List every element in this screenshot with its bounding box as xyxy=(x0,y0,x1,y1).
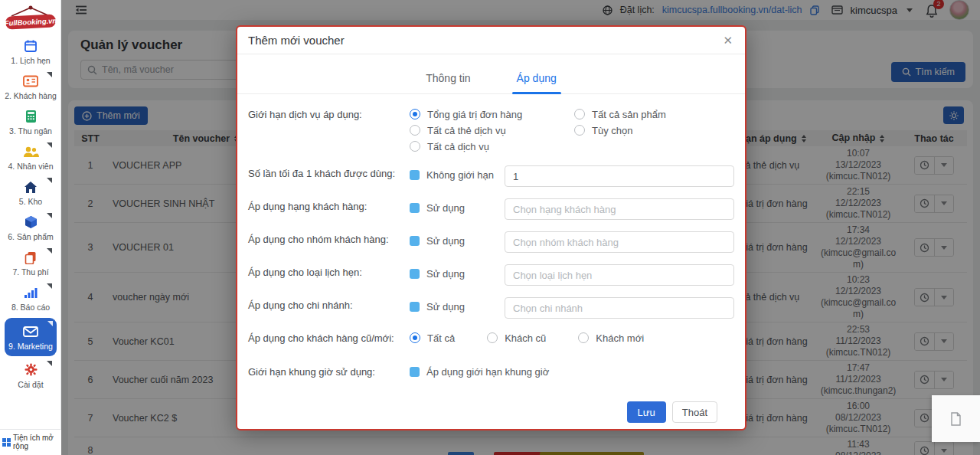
branch-select[interactable] xyxy=(505,297,734,319)
modal-header: Thêm mới voucher ✕ xyxy=(237,27,745,54)
sidebar-item-san-pham[interactable]: 6. Sản phẩm xyxy=(0,210,61,245)
sidebar-item-kho[interactable]: 5. Kho xyxy=(0,175,61,210)
checkbox-ap-dung-gioi-han-khung-gio[interactable]: Áp dụng giới hạn khung giờ xyxy=(410,364,731,379)
radio-icon xyxy=(487,332,498,343)
add-voucher-modal: Thêm mới voucher ✕ Thông tin Áp dụng Giớ… xyxy=(236,25,746,430)
corner-marker-icon xyxy=(47,361,52,366)
sidebar-item-nhan-vien[interactable]: 4. Nhân viên xyxy=(0,139,61,175)
corner-marker-icon xyxy=(47,72,52,77)
radio-tat-ca-the-dich-vu[interactable]: Tất cả thẻ dịch vụ xyxy=(410,123,574,138)
checkbox-checked-icon xyxy=(410,203,420,213)
checkbox-checked-icon xyxy=(410,367,420,377)
corner-marker-icon xyxy=(47,213,52,218)
corner-marker-icon xyxy=(47,283,52,289)
field-customer-rank: Áp dụng hạng khách hàng: Sử dụng xyxy=(248,198,731,220)
checkbox-checked-icon xyxy=(410,269,420,279)
field-time-limit: Giới hạn khung giờ sử dụng: Áp dụng giới… xyxy=(248,364,731,379)
close-icon[interactable]: ✕ xyxy=(723,34,733,46)
sidebar-item-thu-ngan[interactable]: 3. Thu ngân xyxy=(0,104,61,139)
field-old-new-customer: Áp dụng cho khách hàng cũ/mới: Tất cả Kh… xyxy=(248,330,731,345)
corner-marker-icon xyxy=(47,248,52,254)
radio-icon xyxy=(574,109,585,119)
radio-icon xyxy=(574,125,585,136)
save-button[interactable]: Lưu xyxy=(627,401,666,423)
radio-tat-ca[interactable]: Tất cả xyxy=(410,330,455,345)
checkbox-su-dung[interactable]: Sử dụng xyxy=(410,231,505,247)
modal-footer: Lưu Thoát xyxy=(248,391,731,423)
checkbox-khong-gioi-han[interactable]: Không giới hạn xyxy=(410,165,505,181)
fullbooking-logo[interactable]: FullBooking.vn xyxy=(0,0,61,34)
modal-body: Giới hạn dịch vụ áp dụng: Tổng giá trị đ… xyxy=(237,94,745,423)
calendar-icon xyxy=(2,38,60,54)
field-appointment-type: Áp dụng cho loại lịch hẹn: Sử dụng xyxy=(248,264,731,286)
modal-tabs: Thông tin Áp dụng xyxy=(237,54,745,94)
extensions-grid-icon xyxy=(2,438,11,447)
sidebar-item-lich-hen[interactable]: 1. Lịch hẹn xyxy=(0,34,61,69)
radio-selected-icon xyxy=(410,332,420,343)
exit-button[interactable]: Thoát xyxy=(672,401,717,423)
radio-tong-gia-tri-don-hang[interactable]: Tổng giá trị đơn hàng xyxy=(410,106,574,122)
extensions-footer[interactable]: Tiện ích mở rộng xyxy=(0,429,61,455)
field-service-limit: Giới hạn dịch vụ áp dụng: Tổng giá trị đ… xyxy=(248,106,731,154)
radio-tat-ca-dich-vu[interactable]: Tất cả dịch vụ xyxy=(410,139,574,154)
radio-icon xyxy=(410,141,420,152)
max-uses-input[interactable] xyxy=(505,165,734,187)
corner-marker-icon xyxy=(47,321,53,326)
checkbox-checked-icon xyxy=(410,302,420,312)
sidebar-item-cai-dat[interactable]: Cài đặt xyxy=(0,358,61,393)
checkbox-checked-icon xyxy=(410,170,420,180)
field-branch: Áp dụng cho chi nhánh: Sử dụng xyxy=(248,297,731,319)
field-customer-group: Áp dụng cho nhóm khách hàng: Sử dụng xyxy=(248,231,731,253)
sidebar-item-khach-hang[interactable]: 2. Khách hàng xyxy=(0,69,61,104)
sidebar: FullBooking.vn 1. Lịch hẹn 2. Khách hàng… xyxy=(0,0,61,455)
sidebar-item-thu-phi[interactable]: 7. Thu phí xyxy=(0,245,61,280)
appointment-type-select[interactable] xyxy=(505,264,734,286)
checkbox-su-dung[interactable]: Sử dụng xyxy=(410,198,505,214)
radio-tuy-chon[interactable]: Tùy chọn xyxy=(574,123,731,138)
customer-rank-select[interactable] xyxy=(505,198,734,220)
radio-icon xyxy=(410,125,420,136)
modal-title: Thêm mới voucher xyxy=(248,34,345,47)
radio-khach-moi[interactable]: Khách mới xyxy=(578,330,644,345)
app-root: FullBooking.vn 1. Lịch hẹn 2. Khách hàng… xyxy=(0,0,980,455)
radio-icon xyxy=(578,332,589,343)
calculator-icon xyxy=(2,109,60,124)
checkbox-checked-icon xyxy=(410,236,420,246)
sidebar-item-bao-cao[interactable]: 8. Báo cáo xyxy=(0,280,61,316)
field-max-uses: Số lần tối đa 1 khách được dùng: Không g… xyxy=(248,165,731,187)
sidebar-item-marketing[interactable]: 9. Marketing xyxy=(5,318,57,356)
checkbox-su-dung[interactable]: Sử dụng xyxy=(410,297,505,313)
customer-group-select[interactable] xyxy=(505,231,734,253)
tab-ap-dung[interactable]: Áp dụng xyxy=(512,72,561,93)
floating-capture-widget[interactable] xyxy=(932,395,980,442)
document-icon xyxy=(950,412,962,426)
checkbox-su-dung[interactable]: Sử dụng xyxy=(410,264,505,280)
corner-marker-icon xyxy=(47,178,52,183)
corner-marker-icon xyxy=(47,142,52,148)
envelope-icon xyxy=(6,324,55,339)
radio-tat-ca-san-pham[interactable]: Tất cả sản phẩm xyxy=(574,106,731,122)
tab-thong-tin[interactable]: Thông tin xyxy=(421,72,475,93)
radio-khach-cu[interactable]: Khách cũ xyxy=(487,330,546,345)
radio-selected-icon xyxy=(410,109,420,119)
